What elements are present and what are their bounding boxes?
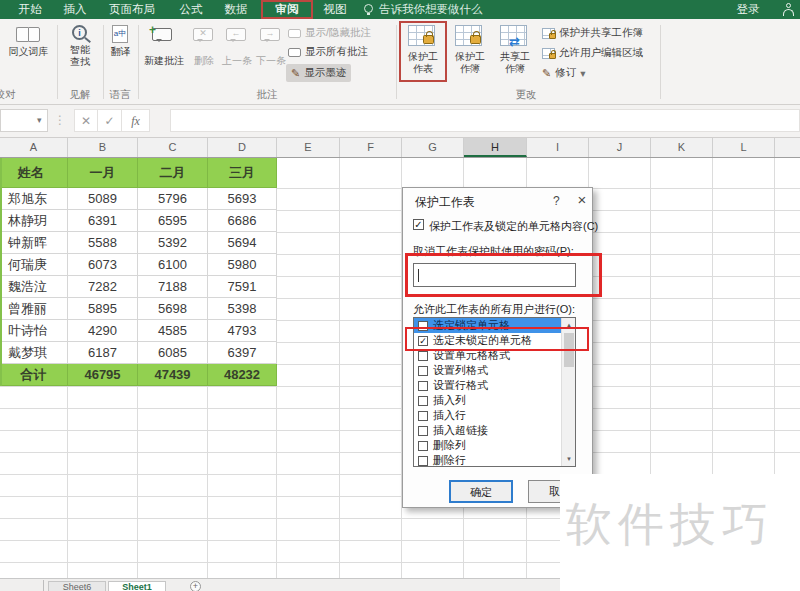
column-header-l[interactable]: L [713, 138, 775, 157]
sheet-tab-sheet6[interactable]: Sheet6 [48, 581, 106, 591]
tab-home[interactable]: 开始 [13, 0, 47, 19]
cell[interactable]: 6686 [208, 210, 277, 232]
share-workbook-button[interactable]: 共享工作簿 [496, 51, 534, 75]
checkbox[interactable] [418, 396, 428, 406]
translate-button[interactable]: 翻译 [103, 46, 138, 58]
sheet-tab-sheet1-active[interactable]: Sheet1 [108, 581, 166, 591]
cell[interactable]: 4793 [208, 320, 277, 342]
cell[interactable]: 魏浩泣 [0, 276, 68, 298]
cell-d1[interactable]: 三月 [208, 158, 277, 188]
cell[interactable]: 5895 [68, 298, 138, 320]
confirm-entry-button[interactable]: ✓ [98, 109, 122, 132]
list-option[interactable]: 插入列 [414, 393, 562, 408]
cell[interactable]: 7591 [208, 276, 277, 298]
cell[interactable]: 6073 [68, 254, 138, 276]
list-option[interactable]: 删除行 [414, 453, 562, 467]
cell[interactable]: 5392 [138, 232, 208, 254]
tab-data[interactable]: 数据 [219, 0, 253, 19]
column-header-f[interactable]: F [340, 138, 402, 157]
cell[interactable]: 6187 [68, 342, 138, 364]
formula-input[interactable] [170, 109, 800, 132]
cell[interactable]: 钟新晖 [0, 232, 68, 254]
help-icon[interactable]: ? [553, 194, 560, 208]
chevron-down-icon[interactable]: ▾ [37, 110, 42, 131]
cell[interactable]: 4585 [138, 320, 208, 342]
cell[interactable]: 5698 [138, 298, 208, 320]
list-scrollbar[interactable]: ▲ ▼ [561, 318, 575, 466]
list-option[interactable]: 删除列 [414, 438, 562, 453]
scroll-down-icon[interactable]: ▼ [562, 452, 576, 466]
column-header-e[interactable]: E [277, 138, 340, 157]
cell[interactable]: 7282 [68, 276, 138, 298]
tab-page-layout[interactable]: 页面布局 [102, 0, 162, 19]
list-option[interactable]: 插入行 [414, 408, 562, 423]
list-option[interactable]: 设置单元格格式 [414, 348, 562, 363]
cell-total[interactable]: 48232 [208, 364, 277, 386]
list-option[interactable]: 设置行格式 [414, 378, 562, 393]
column-header-i[interactable]: I [527, 138, 589, 157]
cell-total-label[interactable]: 合计 [0, 364, 68, 386]
cell[interactable]: 5980 [208, 254, 277, 276]
allow-edit-ranges-button[interactable]: 允许用户编辑区域 [542, 46, 643, 60]
thesaurus-button[interactable]: 同义词库 [0, 46, 57, 58]
sign-in-button[interactable]: 登录 [733, 0, 763, 19]
checkbox[interactable] [418, 441, 428, 451]
column-header-d[interactable]: D [208, 138, 277, 157]
tell-me-box[interactable]: 告诉我你想要做什么 [379, 0, 499, 19]
cell[interactable]: 郑旭东 [0, 188, 68, 210]
close-icon[interactable]: × [573, 191, 591, 208]
list-option-select-unlocked[interactable]: ✓ 选定未锁定的单元格 [414, 333, 562, 348]
column-header-j[interactable]: J [589, 138, 651, 157]
name-box[interactable]: ▾ [0, 109, 48, 132]
cell[interactable]: 叶诗怡 [0, 320, 68, 342]
cell[interactable]: 5398 [208, 298, 277, 320]
show-ink-button[interactable]: ✎ 显示墨迹 [286, 64, 351, 82]
scroll-up-icon[interactable]: ▲ [562, 318, 576, 332]
cancel-entry-button[interactable]: ✕ [74, 109, 98, 132]
column-header-c[interactable]: C [138, 138, 208, 157]
column-header-k[interactable]: K [651, 138, 713, 157]
track-changes-button[interactable]: ✎ 修订 ▾ [542, 66, 586, 80]
cell-total[interactable]: 46795 [68, 364, 138, 386]
column-header-a[interactable]: A [0, 138, 68, 157]
cell[interactable]: 6085 [138, 342, 208, 364]
insert-function-button[interactable]: fx [122, 109, 150, 132]
cell[interactable]: 戴梦琪 [0, 342, 68, 364]
cell[interactable]: 5796 [138, 188, 208, 210]
cell-total[interactable]: 47439 [138, 364, 208, 386]
checkbox[interactable] [418, 456, 428, 466]
cell[interactable]: 曾雅丽 [0, 298, 68, 320]
tab-insert[interactable]: 插入 [58, 0, 92, 19]
cell[interactable]: 5588 [68, 232, 138, 254]
cell[interactable]: 6595 [138, 210, 208, 232]
scroll-thumb[interactable] [564, 333, 574, 367]
show-all-comments-button[interactable]: 显示所有批注 [288, 45, 368, 59]
column-header-b[interactable]: B [68, 138, 138, 157]
cell[interactable]: 7188 [138, 276, 208, 298]
protect-and-share-button[interactable]: 保护并共享工作簿 [542, 26, 643, 40]
list-option[interactable]: 设置列格式 [414, 363, 562, 378]
list-option[interactable]: 插入超链接 [414, 423, 562, 438]
cell-c1[interactable]: 二月 [138, 158, 208, 188]
cell[interactable]: 林静玥 [0, 210, 68, 232]
column-header-g[interactable]: G [402, 138, 464, 157]
cell[interactable]: 6397 [208, 342, 277, 364]
cell[interactable]: 4290 [68, 320, 138, 342]
user-account-icon[interactable] [782, 3, 795, 16]
checkbox[interactable] [418, 381, 428, 391]
checkbox[interactable] [418, 426, 428, 436]
cell-a1[interactable]: 姓名 [0, 158, 68, 188]
cell[interactable]: 5693 [208, 188, 277, 210]
cell[interactable]: 5089 [68, 188, 138, 210]
smart-lookup-button[interactable]: 智能查找 [68, 44, 92, 68]
checkbox[interactable] [418, 411, 428, 421]
protect-workbook-button[interactable]: 保护工作簿 [451, 51, 489, 75]
checkbox[interactable] [418, 366, 428, 376]
new-comment-button[interactable]: 新建批注 [138, 55, 190, 67]
cell[interactable]: 6100 [138, 254, 208, 276]
column-header-h-selected[interactable]: H [464, 138, 527, 157]
cell[interactable]: 何瑞庚 [0, 254, 68, 276]
tab-review-active[interactable]: 审阅 [265, 0, 309, 19]
protect-sheet-button[interactable]: 保护工作表 [404, 51, 442, 75]
protect-contents-checkbox[interactable]: ✓ [413, 219, 424, 230]
